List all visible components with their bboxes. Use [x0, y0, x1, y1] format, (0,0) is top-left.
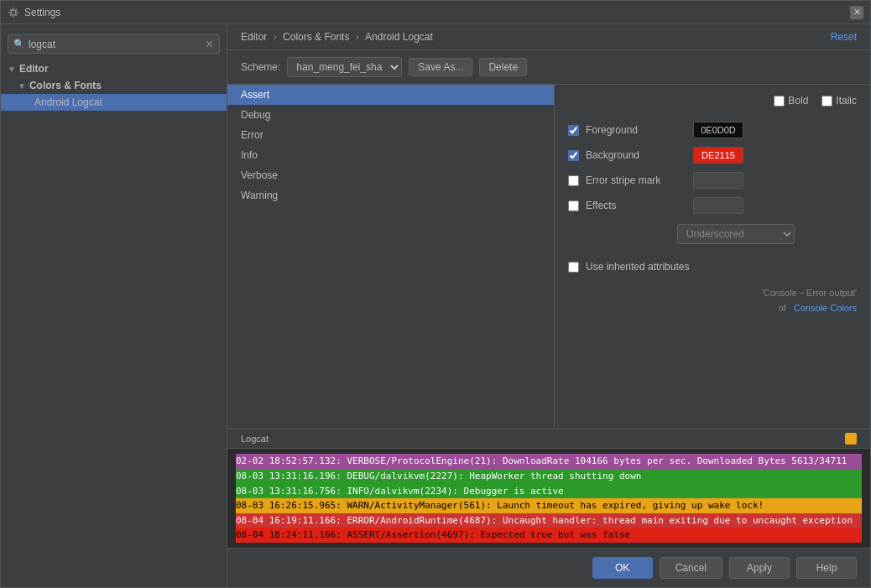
inherited-row: Use inherited attributes [568, 261, 857, 273]
log-line-error: 08-04 16:19:11.166: ERROR/AndroidRuntime… [236, 513, 862, 528]
preview-area: Logcat 02-02 18:52:57.132: VERBOSE/Proto… [227, 429, 870, 548]
list-item-info[interactable]: Info [227, 145, 554, 165]
console-note-text2: of [778, 303, 785, 313]
italic-checkbox[interactable] [821, 96, 832, 107]
background-label: Background [586, 149, 686, 161]
search-clear-icon[interactable]: ✕ [205, 38, 214, 50]
svg-point-0 [11, 10, 16, 15]
scheme-bar: Scheme: han_meng_fei_sha Save As... Dele… [227, 50, 870, 85]
expand-icon: ▼ [8, 65, 16, 74]
sidebar-item-colors-fonts-label: Colors & Fonts [29, 80, 102, 91]
apply-button[interactable]: Apply [729, 557, 790, 579]
preview-header: Logcat [227, 429, 870, 449]
search-icon: 🔍 [13, 39, 25, 49]
settings-panel: Bold Italic Foreground 0E0D0D [555, 85, 870, 429]
cancel-button[interactable]: Cancel [660, 557, 722, 579]
breadcrumb-part2: Colors & Fonts [283, 31, 349, 43]
list-item-debug[interactable]: Debug [227, 105, 554, 125]
sidebar-item-editor-label: Editor [19, 63, 49, 75]
breadcrumb-bar: Editor › Colors & Fonts › Android Logcat… [227, 24, 870, 50]
scheme-select[interactable]: han_meng_fei_sha [287, 57, 402, 77]
log-line-warn: 08-03 16:26:15.965: WARN/ActivityManager… [236, 498, 862, 513]
preview-title: Logcat [241, 434, 269, 444]
background-checkbox[interactable] [568, 150, 579, 161]
effects-label: Effects [586, 200, 686, 211]
error-stripe-color-box[interactable] [693, 172, 743, 189]
foreground-label: Foreground [586, 124, 686, 136]
background-row: Background DE2115 [568, 147, 857, 164]
error-stripe-checkbox[interactable] [568, 175, 579, 186]
sidebar: 🔍 ✕ ▼ Editor ▼ Colors & Fonts Android Lo… [1, 24, 227, 587]
log-line-verbose: 02-02 18:52:57.132: VERBOSE/ProtocolEngi… [236, 454, 862, 469]
breadcrumb: Editor › Colors & Fonts › Android Logcat [241, 31, 433, 43]
breadcrumb-part1: Editor [241, 31, 267, 43]
inherited-label: Use inherited attributes [586, 261, 689, 273]
preview-content: 02-02 18:52:57.132: VERBOSE/ProtocolEngi… [227, 449, 870, 548]
save-as-button[interactable]: Save As... [409, 58, 472, 76]
effects-color-box[interactable] [693, 197, 743, 214]
breadcrumb-sep2: › [356, 31, 362, 43]
right-panel: Editor › Colors & Fonts › Android Logcat… [227, 24, 870, 587]
list-panel: Assert Debug Error Info Verbose Warning [227, 85, 555, 429]
breadcrumb-part3: Android Logcat [365, 31, 433, 43]
help-button[interactable]: Help [796, 557, 857, 579]
window-title: Settings [24, 7, 60, 18]
foreground-row: Foreground 0E0D0D [568, 122, 857, 138]
console-note-text1: 'Console→Error output' [761, 288, 857, 298]
log-line-assert: 08-04 18:24:11.166: ASSERT/Assertion(469… [236, 528, 862, 543]
preview-indicator [845, 433, 857, 445]
effects-checkbox[interactable] [568, 200, 579, 211]
title-bar-left: Settings [8, 7, 60, 18]
bold-label: Bold [788, 95, 808, 107]
italic-label: Italic [836, 95, 857, 107]
foreground-color-box[interactable]: 0E0D0D [693, 122, 743, 138]
foreground-checkbox[interactable] [568, 125, 579, 136]
expand-icon: ▼ [18, 81, 26, 91]
main-content: 🔍 ✕ ▼ Editor ▼ Colors & Fonts Android Lo… [1, 24, 870, 587]
underscored-row: Underscored [677, 224, 857, 244]
list-item-assert[interactable]: Assert [227, 85, 554, 105]
bold-item: Bold [774, 95, 808, 107]
settings-window: Settings ✕ 🔍 ✕ ▼ Editor ▼ Colors & Fonts… [0, 0, 871, 588]
search-input[interactable] [29, 39, 205, 50]
error-stripe-label: Error stripe mark [586, 174, 686, 186]
italic-item: Italic [821, 95, 857, 107]
underscored-select[interactable]: Underscored [677, 224, 795, 244]
log-line-info: 08-03 13:31:16.756: INFO/dalvikvm(2234):… [236, 484, 862, 499]
sidebar-item-android-logcat-label: Android Logcat [34, 96, 102, 108]
console-note: 'Console→Error output' of Console Colors [568, 286, 857, 315]
bold-italic-row: Bold Italic [568, 95, 857, 107]
background-color-box[interactable]: DE2115 [693, 147, 743, 164]
effects-row: Effects [568, 197, 857, 214]
console-colors-link[interactable]: Console Colors [794, 303, 857, 313]
list-item-error[interactable]: Error [227, 125, 554, 145]
list-item-warning[interactable]: Warning [227, 185, 554, 206]
delete-button[interactable]: Delete [479, 58, 527, 76]
scheme-label: Scheme: [241, 61, 280, 73]
sidebar-item-colors-fonts[interactable]: ▼ Colors & Fonts [1, 77, 227, 94]
sidebar-item-editor[interactable]: ▼ Editor [1, 60, 227, 77]
search-bar: 🔍 ✕ [8, 34, 220, 54]
ok-button[interactable]: OK [592, 557, 653, 579]
footer: OK Cancel Apply Help [227, 548, 870, 587]
title-bar: Settings ✕ [1, 1, 870, 24]
breadcrumb-sep1: › [274, 31, 279, 43]
body-area: Assert Debug Error Info Verbose Warning … [227, 85, 870, 429]
close-button[interactable]: ✕ [850, 6, 863, 19]
reset-button[interactable]: Reset [831, 31, 857, 43]
sidebar-item-android-logcat[interactable]: Android Logcat [1, 94, 227, 111]
inherited-checkbox[interactable] [568, 262, 579, 273]
bold-checkbox[interactable] [774, 96, 785, 107]
log-line-debug: 08-03 13:31:16.196: DEBUG/dalvikvm(2227)… [236, 469, 862, 484]
list-item-verbose[interactable]: Verbose [227, 165, 554, 185]
error-stripe-row: Error stripe mark [568, 172, 857, 189]
settings-icon [8, 7, 19, 18]
